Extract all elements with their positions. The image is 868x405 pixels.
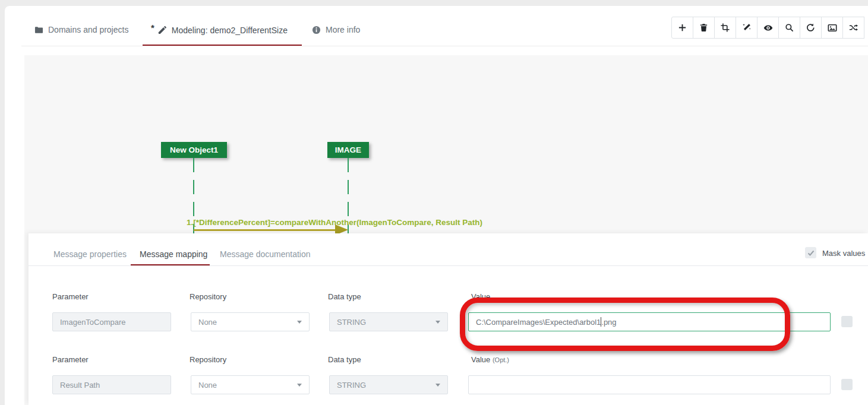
mask-values-label: Mask values [822, 249, 865, 258]
repository-label: Repository [190, 292, 226, 301]
chevron-down-icon [297, 384, 302, 387]
value-label: Value [471, 292, 490, 301]
crop-button[interactable] [714, 17, 736, 39]
search-icon [785, 23, 794, 32]
repository-value: None [198, 381, 217, 390]
chevron-down-icon [297, 321, 302, 324]
pencil-icon [158, 26, 167, 34]
tab-message-mapping[interactable]: Message mapping [140, 249, 207, 259]
parameter-value: ImagenToCompare [60, 318, 126, 327]
preview-button[interactable] [757, 17, 779, 39]
tab-message-properties[interactable]: Message properties [53, 249, 127, 259]
value-input[interactable]: C:\CompareImages\Expected\arbol1.png [468, 312, 831, 331]
unsaved-marker: * [151, 23, 154, 33]
message-arrow-line[interactable] [194, 229, 336, 231]
parameter-value: Result Path [60, 381, 100, 390]
tab-label: Domains and projects [48, 25, 128, 34]
chevron-down-icon [435, 321, 440, 324]
tab-label: Modeling: demo2_DifferentSize [172, 26, 288, 35]
value-mask-toggle-button[interactable] [841, 379, 853, 390]
folder-icon [34, 26, 43, 34]
datatype-value: STRING [337, 318, 366, 327]
repository-select[interactable]: None [191, 312, 310, 331]
actor-image[interactable]: IMAGE [327, 142, 369, 158]
value-text: .png [601, 318, 616, 327]
datatype-label: Data type [328, 355, 361, 364]
magic-wand-button[interactable] [736, 17, 757, 39]
trash-icon [699, 23, 708, 32]
tab-domains-and-projects[interactable]: Domains and projects [34, 25, 128, 34]
delete-button[interactable] [693, 17, 715, 39]
plus-icon [678, 23, 687, 32]
optional-suffix: (Opt.) [493, 356, 509, 363]
datatype-label: Data type [328, 292, 361, 301]
datatype-value: STRING [337, 381, 366, 390]
info-icon [312, 26, 321, 34]
parameter-label: Parameter [52, 355, 89, 364]
value-mask-toggle-button[interactable] [841, 316, 853, 327]
shuffle-button[interactable] [842, 17, 864, 39]
actor-new-object1[interactable]: New Object1 [161, 142, 227, 158]
datatype-select[interactable]: STRING [329, 312, 448, 331]
datatype-select[interactable]: STRING [329, 375, 448, 394]
refresh-button[interactable] [800, 17, 822, 39]
panel-tab-divider [29, 265, 868, 266]
mask-values-checkbox[interactable] [805, 247, 816, 258]
actor-label: New Object1 [170, 145, 218, 154]
tab-message-documentation[interactable]: Message documentation [220, 249, 311, 259]
crop-icon [721, 23, 730, 32]
actor-label: IMAGE [335, 145, 361, 154]
tab-bar-divider [21, 46, 868, 46]
add-button[interactable] [671, 17, 693, 39]
repository-label: Repository [190, 355, 226, 364]
tab-label: More info [326, 25, 360, 34]
value-opt-label: Value (Opt.) [471, 355, 509, 364]
image-button[interactable] [821, 17, 843, 39]
shuffle-icon [849, 23, 858, 32]
repository-value: None [198, 318, 217, 327]
value-text: C:\CompareImages\Expected\arbol1 [476, 318, 601, 327]
image-icon [828, 23, 837, 33]
zoom-button[interactable] [778, 17, 800, 39]
refresh-icon [806, 23, 815, 32]
value-label: Value [471, 355, 490, 364]
repository-select[interactable]: None [191, 375, 310, 394]
tab-more-info[interactable]: More info [312, 25, 360, 34]
app-card: Domains and projects * Modeling: demo2_D… [5, 6, 868, 405]
chevron-down-icon [435, 384, 440, 387]
parameter-field: ImagenToCompare [52, 312, 171, 331]
value-input-optional[interactable] [468, 375, 831, 394]
eye-icon [763, 23, 773, 33]
magic-wand-icon [742, 23, 751, 32]
tab-modeling[interactable]: * Modeling: demo2_DifferentSize [151, 25, 288, 35]
parameter-field: Result Path [52, 375, 171, 394]
parameter-label: Parameter [52, 292, 89, 301]
diagram-toolbar [671, 17, 864, 39]
check-icon [807, 249, 815, 257]
